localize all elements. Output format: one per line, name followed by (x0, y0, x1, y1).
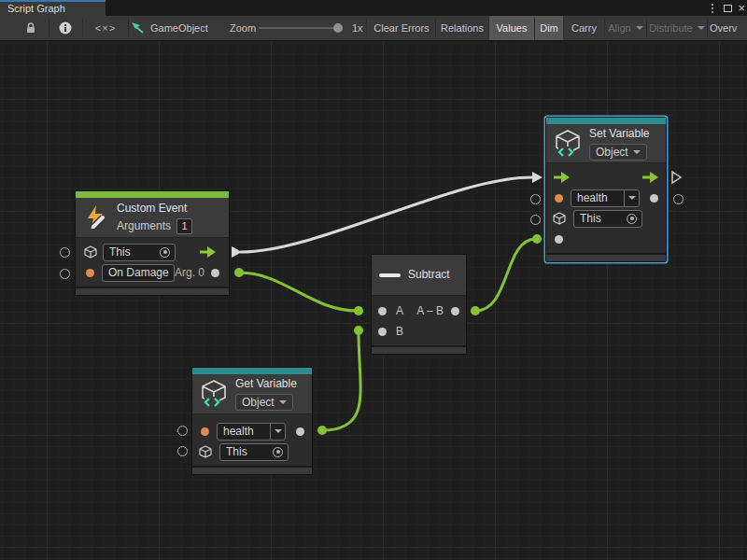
graph-canvas[interactable]: Custom Event Arguments 1 This (0, 41, 747, 560)
values-button[interactable]: Values (489, 16, 534, 40)
overview-button[interactable]: Overv (710, 16, 747, 40)
tab-script-graph[interactable]: Script Graph (0, 0, 106, 16)
port-row-target: This (192, 441, 312, 462)
wire-endpoint (532, 234, 542, 244)
wire-endpoint (354, 306, 363, 315)
variable-name-dropdown[interactable]: health (571, 189, 640, 207)
event-name-field[interactable]: On Damage (102, 264, 175, 282)
port-row-name: health (192, 421, 312, 441)
gameobject-cube-icon (84, 245, 97, 259)
input-port-ring[interactable] (60, 269, 70, 279)
arguments-field[interactable]: 1 (176, 218, 192, 234)
target-picker-icon[interactable] (160, 247, 170, 258)
input-port-ring[interactable] (60, 247, 70, 258)
variable-cube-icon (554, 129, 582, 159)
port-row-flow (546, 167, 666, 188)
value-wire-getvariable-to-subtract-b[interactable] (322, 333, 360, 430)
value-input-port[interactable] (555, 235, 563, 244)
wire-endpoint (471, 306, 480, 315)
target-field[interactable]: This (219, 443, 289, 461)
custom-event-icon (83, 204, 109, 231)
target-picker-icon[interactable] (627, 214, 637, 224)
input-b-port[interactable] (378, 328, 387, 336)
name-port-icon[interactable] (555, 194, 563, 203)
toolbar-separator (82, 19, 83, 37)
node-title: Subtract (408, 268, 450, 282)
clear-errors-button[interactable]: Clear Errors (368, 16, 435, 40)
output-port-ring[interactable] (673, 194, 684, 204)
value-wire-subtract-to-setvariable[interactable] (475, 239, 536, 311)
arguments-label: Arguments (117, 219, 171, 232)
port-row-b: B (372, 321, 466, 342)
chevron-down-icon (275, 429, 282, 433)
port-row-value (546, 229, 666, 249)
value-output-port[interactable] (650, 194, 658, 203)
node-subtract[interactable]: Subtract A A – B B (371, 254, 467, 355)
target-field[interactable]: This (573, 210, 642, 228)
toolbar-separator (707, 19, 708, 37)
gameobject-label: GameObject (150, 22, 208, 34)
edit-graph-button[interactable]: <×> (86, 16, 125, 40)
chevron-down-icon (636, 26, 643, 30)
node-set-variable[interactable]: Set Variable Object (545, 117, 667, 262)
maximize-icon[interactable] (724, 0, 732, 16)
toolbar-separator (366, 19, 367, 37)
info-icon (59, 21, 72, 35)
value-output-port[interactable] (296, 427, 304, 436)
node-get-variable[interactable]: Get Variable Object health (191, 367, 313, 475)
graph-owner[interactable]: GameObject (131, 16, 208, 40)
port-row-name: health (546, 188, 666, 208)
zoom-slider-track[interactable] (259, 27, 341, 29)
variable-scope-dropdown[interactable]: Object (589, 144, 647, 161)
toolbar-separator (128, 19, 129, 37)
node-footer (192, 466, 312, 474)
relations-button[interactable]: Relations (436, 16, 488, 40)
distribute-button[interactable]: Distribute (647, 16, 707, 40)
dim-button[interactable]: Dim (535, 16, 563, 40)
script-graph-window: Script Graph × <×> (0, 0, 747, 560)
flow-wire-customevent-to-setvariable[interactable] (241, 177, 532, 252)
variable-scope-dropdown[interactable]: Object (235, 394, 293, 411)
wire-endpoint (317, 426, 327, 435)
toolbar-separator (49, 19, 49, 37)
flow-input-arrow-icon[interactable] (554, 172, 570, 183)
name-port-icon[interactable] (201, 427, 209, 436)
zoom-slider[interactable] (259, 16, 341, 40)
node-footer (76, 287, 229, 295)
input-port-ring[interactable] (177, 446, 188, 456)
info-button[interactable] (51, 16, 79, 40)
port-row-target: This (76, 242, 229, 262)
port-row-a: A A – B (372, 301, 466, 321)
variable-name-dropdown[interactable]: health (217, 423, 286, 441)
target-field[interactable]: This (103, 244, 176, 261)
input-port-ring[interactable] (177, 426, 188, 436)
node-title: Custom Event (117, 202, 192, 216)
variable-cube-icon (200, 379, 228, 409)
carry-button[interactable]: Carry (564, 16, 604, 40)
node-custom-event[interactable]: Custom Event Arguments 1 This (75, 190, 230, 296)
zoom-slider-handle[interactable] (333, 23, 343, 33)
variable-accent-bar (546, 118, 666, 124)
flow-output-arrow-icon[interactable] (200, 246, 216, 258)
event-port-icon[interactable] (86, 269, 94, 277)
arg0-output-port[interactable] (211, 269, 219, 277)
flow-output-arrow-icon[interactable] (642, 172, 658, 183)
output-port[interactable] (451, 307, 459, 315)
graph-pointer-icon (131, 21, 145, 35)
unconnected-flow-output-triangle[interactable] (672, 172, 681, 183)
gameobject-cube-icon (553, 212, 566, 225)
lock-button[interactable] (17, 16, 45, 40)
input-port-ring[interactable] (530, 194, 541, 204)
zoom-value: 1x (352, 16, 363, 40)
align-button[interactable]: Align (605, 16, 646, 40)
flow-wire-start-arrow (232, 246, 242, 258)
close-icon[interactable]: × (738, 0, 745, 16)
zoom-label: Zoom (230, 16, 256, 40)
node-footer (372, 345, 466, 354)
window-menu-icon[interactable] (708, 0, 717, 16)
node-title: Set Variable (589, 127, 649, 141)
target-picker-icon[interactable] (273, 447, 283, 457)
value-wire-arg0-to-subtract-a[interactable] (239, 273, 358, 311)
input-a-port[interactable] (378, 307, 387, 315)
input-port-ring[interactable] (530, 215, 541, 225)
